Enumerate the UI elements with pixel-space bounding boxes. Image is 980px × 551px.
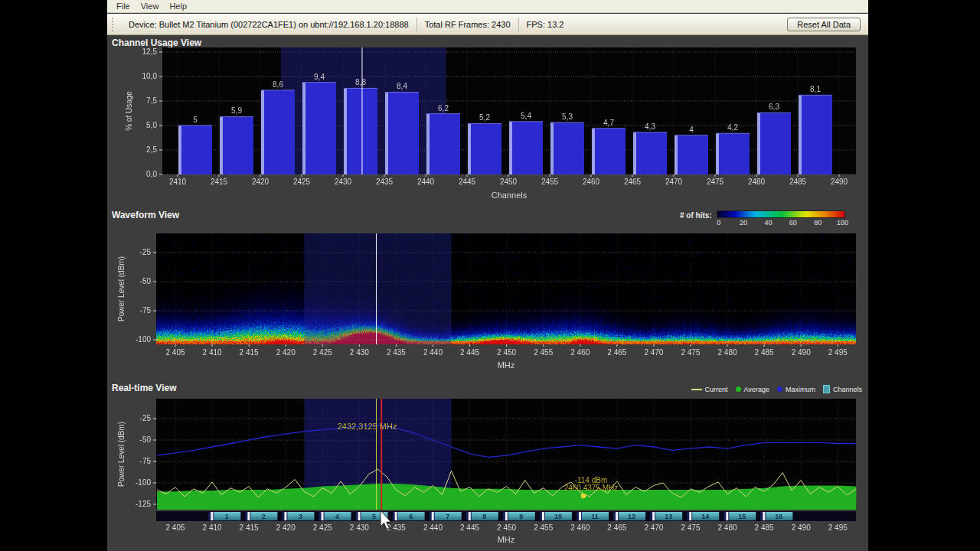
x-tick-label: 2425: [293, 178, 311, 186]
channel-strip-box[interactable]: [435, 512, 462, 520]
current-line-swatch: [691, 389, 702, 390]
x-tick-label: 2 405: [165, 348, 185, 357]
channel-strip-box[interactable]: [287, 512, 314, 520]
x-tick-label: 2470: [665, 178, 683, 186]
usage-bar: [716, 133, 750, 174]
usage-bar: [344, 88, 377, 174]
channel-strip-notch: [469, 512, 471, 520]
channel-strip-number: 1: [225, 513, 229, 520]
x-tick-label: 2 420: [276, 523, 296, 532]
usage-bar: [675, 135, 708, 174]
channel-strip-notch: [247, 512, 250, 520]
channel-strip-notch: [358, 512, 361, 520]
channel-strip-box[interactable]: [582, 512, 609, 520]
x-tick-label: 2415: [211, 178, 228, 186]
screen: File View Help Device: Bullet M2 Titaniu…: [0, 0, 980, 551]
x-tick-label: 2410: [169, 178, 187, 186]
channel-strip-box[interactable]: [729, 512, 756, 520]
usage-bar-value: 6,2: [438, 104, 449, 112]
channel-strip-gap: [540, 512, 547, 520]
usage-bar: [509, 122, 543, 174]
usage-bar: [385, 92, 419, 174]
usage-bar-highlight: [633, 132, 636, 174]
channel-strip-number: 12: [628, 513, 635, 520]
usage-bar-highlight: [509, 122, 512, 174]
annotation-point-marker: [581, 494, 586, 498]
channel-strip-notch: [726, 512, 728, 520]
channel-strip-number: 6: [409, 513, 413, 520]
channel-strip-box[interactable]: [692, 512, 719, 520]
channel-usage-plot-area[interactable]: [162, 47, 856, 174]
waveform-x-axis-label: MHz: [498, 360, 515, 370]
channel-strip-box[interactable]: [545, 512, 572, 520]
channel-strip-notch: [616, 512, 618, 520]
channel-strip-box[interactable]: [472, 512, 498, 520]
channel-strip-gap: [577, 512, 584, 520]
realtime-selection-band: [304, 399, 451, 510]
toolbar-grip: [112, 18, 116, 31]
x-tick-label: 2475: [707, 178, 724, 186]
menu-view[interactable]: View: [136, 1, 165, 11]
channel-strip-gap: [282, 512, 289, 520]
menu-help[interactable]: Help: [164, 1, 192, 11]
channel-strip-box[interactable]: [508, 512, 535, 520]
channel-strip-notch: [505, 512, 508, 520]
usage-bar-highlight: [220, 116, 223, 174]
channel-strip-gap: [430, 512, 437, 520]
x-tick-label: 2 480: [718, 523, 737, 532]
channel-strip-box[interactable]: [655, 512, 682, 520]
usage-bar-highlight: [675, 135, 678, 174]
x-tick-label: 2 485: [755, 348, 774, 357]
usage-bar-highlight: [426, 114, 430, 174]
x-tick-label: 2 455: [534, 523, 553, 532]
x-tick-label: 2 455: [534, 348, 553, 357]
cursor-frequency-annotation: 2432,3125 MHz: [338, 422, 397, 431]
fps-value: FPS: 13.2: [519, 18, 572, 31]
menu-file[interactable]: File: [111, 1, 136, 11]
channel-strip-box[interactable]: [325, 512, 351, 520]
y-tick-label: 12,5: [142, 47, 158, 56]
mouse-cursor[interactable]: [381, 510, 391, 530]
channel-strip-notch: [579, 512, 581, 520]
x-tick-label: 2 415: [240, 348, 259, 357]
channel-strip-box[interactable]: [250, 512, 277, 520]
channel-strip-box[interactable]: [619, 512, 645, 520]
usage-bar-value: 8,1: [810, 85, 821, 93]
x-tick-label: 2 460: [570, 348, 590, 357]
y-tick-label: 7,5: [146, 96, 157, 105]
airview-window: File View Help Device: Bullet M2 Titaniu…: [107, 0, 868, 551]
legend-current: Current: [705, 386, 728, 393]
x-tick-label: 2460: [583, 178, 600, 186]
realtime-plot-area[interactable]: [156, 399, 856, 510]
realtime-title: Real-time View: [112, 383, 176, 393]
device-info: Device: Bullet M2 Titanium (002722CA1FE1…: [121, 18, 417, 31]
y-tick-label: -50: [140, 277, 152, 285]
waveform-y-axis-label: Power Level (dBm): [117, 256, 126, 321]
x-tick-label: 2480: [748, 178, 766, 186]
waveform-waterfall-canvas[interactable]: [156, 233, 856, 344]
x-tick-label: 2465: [624, 178, 642, 186]
x-tick-label: 2445: [459, 178, 476, 186]
usage-bar-value: 5,9: [231, 106, 242, 115]
usage-bar-highlight: [344, 88, 347, 174]
x-tick-label: 2 470: [644, 523, 663, 532]
channel-strip-box[interactable]: [214, 512, 240, 520]
channel-strip[interactable]: [156, 511, 856, 521]
channel-strip-number: 9: [519, 513, 523, 520]
channel-strip-notch: [542, 512, 544, 520]
y-tick-label: -100: [136, 335, 151, 344]
channel-strip-gap: [466, 512, 474, 520]
channel-strip-box[interactable]: [398, 512, 425, 520]
usage-bar: [426, 114, 460, 174]
realtime-legend: Current Average Maximum Channels: [684, 385, 862, 393]
channel-strip-notch: [763, 512, 765, 520]
x-tick-label: 2450: [500, 178, 518, 186]
channel-strip-number: 3: [299, 513, 302, 520]
channel-strip-box[interactable]: [361, 512, 388, 520]
usage-bar-value: 8,6: [273, 80, 283, 89]
usage-bar: [468, 123, 501, 174]
reset-all-data-button[interactable]: Reset All Data: [787, 18, 861, 31]
usage-bar: [261, 90, 295, 174]
average-dot-swatch: [736, 386, 741, 392]
channel-strip-box[interactable]: [766, 512, 792, 520]
